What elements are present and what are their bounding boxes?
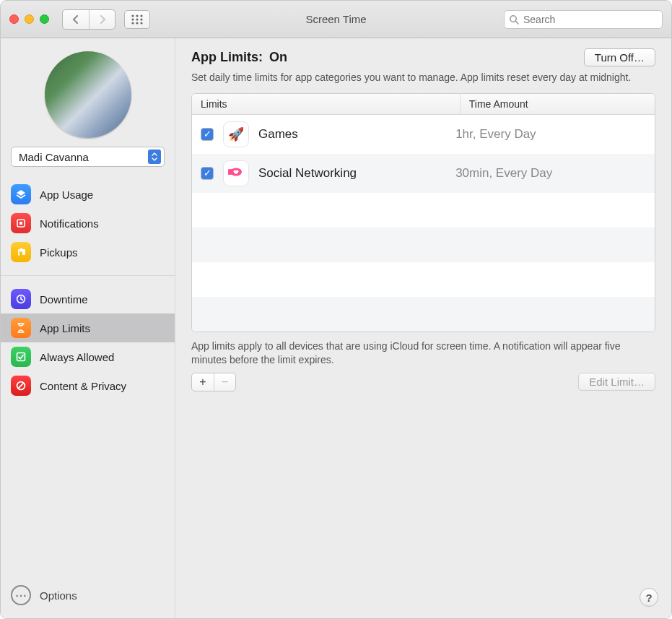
page-title-prefix: App Limits: bbox=[191, 50, 266, 64]
table-row[interactable]: ✓ Social Networking 30min, Every Day bbox=[192, 154, 655, 193]
sidebar: Madi Cavanna App Usage Notifications bbox=[1, 38, 175, 618]
dropdown-caret bbox=[148, 150, 161, 164]
table-row[interactable]: ✓ 🚀 Games 1hr, Every Day bbox=[192, 115, 655, 154]
footer-note: App limits apply to all devices that are… bbox=[191, 339, 655, 367]
svg-line-17 bbox=[18, 383, 24, 389]
svg-point-3 bbox=[131, 18, 134, 20]
traffic-lights bbox=[9, 14, 49, 24]
add-remove-group: + − bbox=[191, 373, 236, 391]
chevron-right-icon bbox=[99, 15, 106, 24]
sidebar-item-downtime[interactable]: Downtime bbox=[1, 285, 175, 313]
svg-line-10 bbox=[515, 21, 518, 24]
sidebar-item-label: Notifications bbox=[40, 217, 99, 230]
rocket-icon: 🚀 bbox=[224, 122, 248, 147]
table-body: ✓ 🚀 Games 1hr, Every Day ✓ Social Networ… bbox=[192, 115, 655, 332]
row-checkbox[interactable]: ✓ bbox=[201, 167, 214, 180]
ellipsis-icon: ⋯ bbox=[11, 585, 31, 605]
edit-limit-button[interactable]: Edit Limit… bbox=[578, 373, 655, 391]
table-header: Limits Time Amount bbox=[192, 94, 655, 115]
main-panel: App Limits: On Turn Off… Set daily time … bbox=[175, 38, 671, 618]
sidebar-item-always-allowed[interactable]: Always Allowed bbox=[1, 342, 175, 371]
minimize-window-button[interactable] bbox=[25, 14, 34, 24]
table-row-empty bbox=[192, 193, 655, 228]
sidebar-item-pickups[interactable]: Pickups bbox=[1, 238, 175, 267]
add-limit-button[interactable]: + bbox=[192, 373, 214, 391]
layers-icon bbox=[11, 184, 31, 204]
svg-rect-12 bbox=[19, 222, 22, 225]
titlebar: Screen Time bbox=[1, 1, 671, 38]
svg-rect-13 bbox=[22, 249, 25, 255]
table-actions: + − Edit Limit… bbox=[191, 373, 655, 391]
pickup-icon bbox=[11, 242, 31, 262]
headline: App Limits: On Turn Off… bbox=[191, 48, 655, 66]
svg-point-4 bbox=[136, 18, 138, 20]
svg-point-8 bbox=[140, 22, 142, 24]
user-select[interactable]: Madi Cavanna bbox=[11, 147, 165, 167]
svg-point-7 bbox=[136, 22, 138, 24]
turn-off-button[interactable]: Turn Off… bbox=[584, 48, 655, 66]
col-amount[interactable]: Time Amount bbox=[461, 94, 655, 114]
sidebar-item-label: Pickups bbox=[40, 246, 78, 259]
help-button[interactable]: ? bbox=[640, 588, 658, 607]
svg-point-6 bbox=[131, 22, 134, 24]
search-field[interactable] bbox=[504, 10, 663, 29]
content: Madi Cavanna App Usage Notifications bbox=[1, 38, 671, 618]
col-limits[interactable]: Limits bbox=[192, 94, 461, 114]
sidebar-group-usage: App Usage Notifications Pickups bbox=[1, 177, 175, 269]
sidebar-item-label: App Usage bbox=[40, 189, 93, 201]
search-input[interactable] bbox=[523, 14, 658, 25]
svg-rect-15 bbox=[17, 353, 25, 361]
zoom-window-button[interactable] bbox=[40, 14, 49, 24]
user-select-label: Madi Cavanna bbox=[19, 151, 89, 163]
sidebar-options[interactable]: ⋯ Options bbox=[1, 576, 175, 618]
page-description: Set daily time limits for app categories… bbox=[191, 71, 653, 85]
options-label: Options bbox=[40, 589, 77, 602]
avatar-wrap bbox=[1, 51, 175, 138]
svg-point-5 bbox=[140, 18, 142, 20]
updown-chevron-icon bbox=[152, 152, 157, 161]
sidebar-group-controls: Downtime App Limits Always Allowed bbox=[1, 282, 175, 403]
nav-segmented bbox=[62, 9, 115, 30]
svg-point-0 bbox=[131, 14, 134, 17]
show-all-button[interactable] bbox=[124, 10, 150, 29]
sidebar-item-content-privacy[interactable]: Content & Privacy bbox=[1, 371, 175, 400]
limits-table: Limits Time Amount ✓ 🚀 Games 1hr, Every … bbox=[191, 93, 655, 332]
page-title-state: On bbox=[269, 50, 287, 64]
block-icon bbox=[11, 376, 31, 396]
sidebar-item-label: Downtime bbox=[40, 293, 88, 306]
sidebar-divider bbox=[1, 275, 175, 276]
user-avatar[interactable] bbox=[45, 51, 131, 138]
remove-limit-button[interactable]: − bbox=[214, 373, 235, 391]
clock-icon bbox=[11, 289, 31, 309]
back-button[interactable] bbox=[63, 10, 89, 29]
table-row-empty bbox=[192, 228, 655, 262]
sidebar-item-label: App Limits bbox=[40, 322, 90, 334]
check-icon bbox=[11, 347, 31, 367]
close-window-button[interactable] bbox=[9, 14, 19, 24]
row-amount: 30min, Every Day bbox=[455, 166, 646, 181]
chat-heart-icon bbox=[224, 161, 248, 186]
row-amount: 1hr, Every Day bbox=[455, 127, 646, 142]
sidebar-item-label: Content & Privacy bbox=[40, 380, 126, 392]
table-row-empty bbox=[192, 262, 655, 297]
row-checkbox[interactable]: ✓ bbox=[201, 128, 214, 141]
svg-point-2 bbox=[140, 14, 142, 17]
search-icon bbox=[509, 14, 519, 25]
bell-icon bbox=[11, 213, 31, 233]
row-label: Social Networking bbox=[258, 166, 445, 181]
table-row-empty bbox=[192, 297, 655, 332]
sidebar-item-app-limits[interactable]: App Limits bbox=[1, 313, 175, 342]
window: Screen Time Madi Cavanna bbox=[0, 0, 672, 619]
sidebar-item-notifications[interactable]: Notifications bbox=[1, 209, 175, 238]
forward-button[interactable] bbox=[89, 10, 115, 29]
sidebar-item-app-usage[interactable]: App Usage bbox=[1, 180, 175, 209]
chevron-left-icon bbox=[72, 15, 79, 24]
hourglass-icon bbox=[11, 318, 31, 338]
row-label: Games bbox=[258, 127, 445, 142]
sidebar-item-label: Always Allowed bbox=[40, 351, 114, 363]
grid-icon bbox=[131, 14, 143, 25]
page-title: App Limits: On bbox=[191, 50, 287, 65]
svg-point-1 bbox=[136, 14, 138, 17]
